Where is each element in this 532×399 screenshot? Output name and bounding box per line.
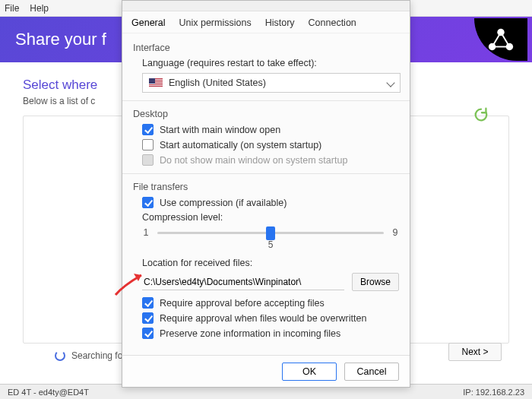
svg-line-4 <box>501 33 509 47</box>
spinner-icon <box>55 350 65 361</box>
svg-line-3 <box>492 33 501 47</box>
label-overwrite: Require approval when files would be ove… <box>160 313 366 324</box>
language-value: English (United States) <box>169 78 266 88</box>
searching-row: Searching fo <box>55 350 122 361</box>
checkbox-start-main[interactable] <box>142 124 154 135</box>
dialog-body: Interface Language (requires restart to … <box>122 33 410 350</box>
label-no-show: Do not show main window on system startu… <box>160 155 347 166</box>
refresh-icon[interactable] <box>473 106 489 123</box>
section-transfers: File transfers <box>133 182 399 192</box>
slider-mid: 5 <box>142 239 399 250</box>
label-compress: Use compression (if available) <box>160 198 287 208</box>
slider-thumb[interactable] <box>266 226 275 240</box>
tab-history[interactable]: History <box>264 16 296 30</box>
status-right: IP: 192.168.2.23 <box>463 388 524 397</box>
banner-text: Share your f <box>15 30 106 49</box>
dialog-footer: OK Cancel <box>122 355 410 387</box>
status-left: ED 4T - ed4ty@ED4T <box>8 388 89 397</box>
checkbox-overwrite[interactable] <box>142 312 154 324</box>
checkbox-no-show <box>142 154 154 166</box>
label-start-auto: Start automatically (on system startup) <box>160 140 321 150</box>
cancel-button[interactable]: Cancel <box>344 363 399 381</box>
location-label: Location for received files: <box>142 258 399 268</box>
language-select[interactable]: English (United States) <box>142 73 401 93</box>
checkbox-start-auto[interactable] <box>142 139 154 150</box>
searching-text: Searching fo <box>71 350 122 361</box>
language-label: Language (requires restart to take effec… <box>142 58 399 68</box>
slider-min: 1 <box>142 227 150 238</box>
next-button[interactable]: Next > <box>448 343 502 361</box>
label-approve: Require approval before accepting files <box>160 298 325 309</box>
banner-logo <box>474 18 527 61</box>
compression-slider[interactable]: 1 9 <box>142 227 399 238</box>
label-start-main: Start with main window open <box>160 125 280 135</box>
checkbox-approve[interactable] <box>142 297 154 309</box>
browse-button[interactable]: Browse <box>352 273 399 291</box>
us-flag-icon <box>149 78 163 87</box>
checkbox-compress[interactable] <box>142 197 154 208</box>
slider-track[interactable] <box>157 232 384 234</box>
preferences-dialog: General Unix permissions History Connect… <box>122 0 410 388</box>
tab-connection[interactable]: Connection <box>307 16 358 30</box>
menu-help[interactable]: Help <box>30 3 49 14</box>
chevron-down-icon <box>386 78 394 87</box>
label-zone: Preserve zone information in incoming fi… <box>160 328 340 339</box>
ok-button[interactable]: OK <box>282 363 337 381</box>
section-interface: Interface <box>133 43 399 53</box>
checkbox-zone[interactable] <box>142 328 154 339</box>
slider-max: 9 <box>391 227 399 238</box>
compression-level-label: Compression level: <box>142 212 399 223</box>
menu-file[interactable]: File <box>5 3 19 14</box>
network-icon <box>486 25 515 54</box>
dialog-titlebar <box>122 1 410 11</box>
tab-general[interactable]: General <box>130 16 166 30</box>
tab-unix-permissions[interactable]: Unix permissions <box>177 16 252 30</box>
section-desktop: Desktop <box>133 109 399 119</box>
location-input[interactable] <box>142 274 344 290</box>
tabs: General Unix permissions History Connect… <box>122 11 410 33</box>
